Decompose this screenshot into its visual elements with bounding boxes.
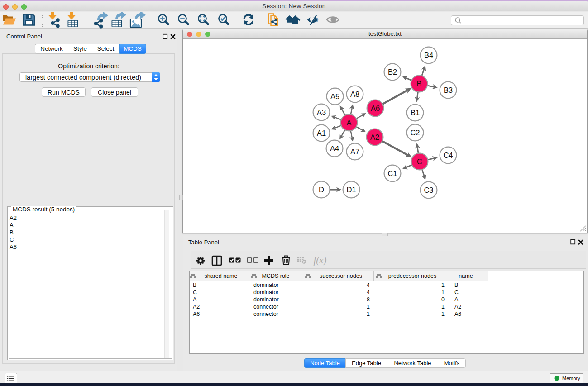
svg-text:A1: A1	[317, 129, 326, 137]
svg-text:C1: C1	[387, 169, 397, 177]
svg-text:B1: B1	[411, 109, 420, 117]
svg-text:B2: B2	[388, 68, 397, 76]
svg-text:A5: A5	[330, 92, 339, 100]
svg-text:B: B	[416, 80, 421, 88]
svg-text:A7: A7	[350, 148, 359, 156]
svg-text:C4: C4	[443, 151, 453, 159]
svg-text:A3: A3	[317, 108, 326, 116]
svg-text:B4: B4	[424, 51, 433, 59]
svg-text:C3: C3	[424, 186, 433, 194]
svg-text:B3: B3	[444, 86, 453, 94]
svg-text:D1: D1	[346, 186, 356, 194]
svg-text:A2: A2	[370, 133, 379, 141]
svg-text:f(x): f(x)	[313, 255, 326, 266]
svg-text:C: C	[417, 157, 422, 166]
svg-text:A8: A8	[350, 90, 359, 98]
svg-text:A: A	[346, 119, 351, 127]
svg-text:C2: C2	[410, 129, 420, 137]
svg-text:D: D	[319, 186, 324, 194]
svg-text:A4: A4	[330, 144, 339, 152]
svg-text:A6: A6	[371, 104, 380, 112]
